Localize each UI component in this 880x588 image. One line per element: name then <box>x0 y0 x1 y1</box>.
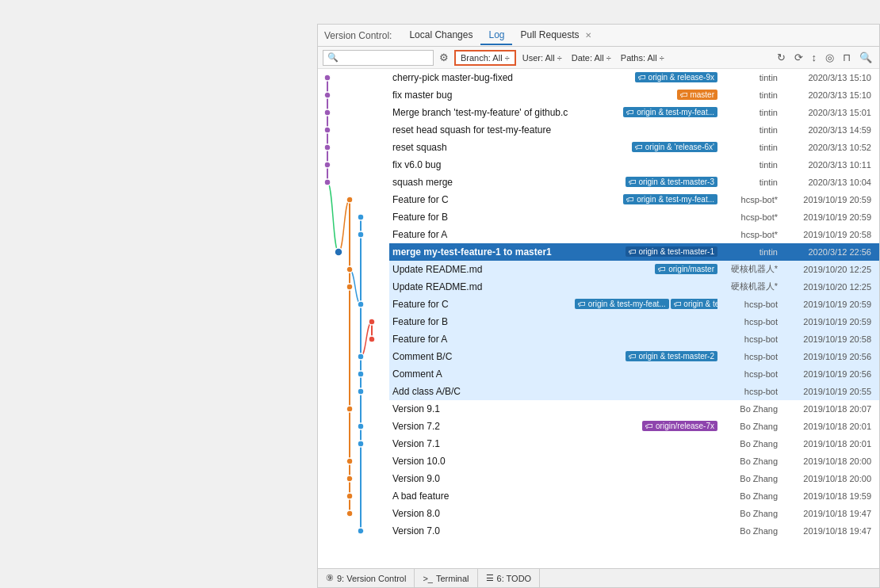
branch-tag: 🏷 origin/release-7x <box>642 421 717 431</box>
todo-icon: ☰ <box>486 573 494 583</box>
status-tab-todo[interactable]: ☰ 6: TODO <box>478 569 541 587</box>
table-row[interactable]: Version 7.2🏷 origin/release-7xBo Zhang20… <box>389 418 879 435</box>
svg-point-27 <box>324 162 331 168</box>
table-row[interactable]: Feature for C🏷 origin & test-my-feat...🏷… <box>389 296 879 313</box>
vc-icon: ⑨ <box>326 573 334 583</box>
status-tab-vc-label: 9: Version Control <box>337 574 406 583</box>
commits-list[interactable]: cherry-pick master-bug-fixed🏷 origin & r… <box>389 69 879 568</box>
svg-point-48 <box>358 528 364 534</box>
table-row[interactable]: fix master bug🏷 mastertintin2020/3/13 15… <box>389 86 879 104</box>
user-filter[interactable]: User: All ÷ <box>519 52 565 63</box>
branch-selector[interactable]: Branch: All ÷ <box>454 50 516 66</box>
table-row[interactable]: Comment Ahcsp-bot2019/10/19 20:56 <box>389 365 879 383</box>
commit-author: Bo Zhang <box>717 491 781 501</box>
table-row[interactable]: reset head squash for test-my-featuretin… <box>389 121 879 139</box>
branch-tags: 🏷 origin & test-master-2 <box>626 351 717 361</box>
paths-filter[interactable]: Paths: All ÷ <box>618 52 668 63</box>
commit-message: Version 9.0 <box>392 473 710 484</box>
status-tab-todo-label: 6: TODO <box>497 574 532 583</box>
branch-tags: 🏷 origin & test-master-3 <box>626 177 717 187</box>
status-tab-terminal-label: Terminal <box>436 574 469 583</box>
table-row[interactable]: Update README.md🏷 origin/master硬核机器人*201… <box>389 261 879 278</box>
table-row[interactable]: Merge branch 'test-my-feature' of github… <box>389 104 879 121</box>
pin-icon[interactable]: ⊓ <box>840 50 853 65</box>
commit-message: Feature for C <box>392 194 623 205</box>
commit-date: 2019/10/18 19:47 <box>781 526 876 536</box>
table-row[interactable]: fix v6.0 bugtintin2020/3/13 10:11 <box>389 156 879 174</box>
svg-point-45 <box>346 475 353 482</box>
commit-date: 2019/10/18 20:00 <box>781 474 876 483</box>
commit-date: 2019/10/18 19:47 <box>781 509 876 518</box>
table-row[interactable]: Version 7.0Bo Zhang2019/10/18 19:47 <box>389 522 879 540</box>
commit-date: 2020/3/13 10:04 <box>781 178 876 187</box>
close-icon[interactable]: ✕ <box>585 31 591 40</box>
table-row[interactable]: Version 9.0Bo Zhang2019/10/18 20:00 <box>389 470 879 487</box>
commit-author: tintin <box>717 160 781 170</box>
table-row[interactable]: Feature for Ahcsp-bot2019/10/19 20:58 <box>389 330 879 348</box>
table-row[interactable]: A bad featureBo Zhang2019/10/18 19:59 <box>389 487 879 505</box>
status-tab-terminal[interactable]: >_ Terminal <box>415 569 477 587</box>
svg-point-37 <box>369 336 375 342</box>
tab-log[interactable]: Log <box>480 26 512 45</box>
commit-date: 2020/3/13 14:59 <box>781 125 876 135</box>
commit-author: tintin <box>717 73 781 82</box>
commit-author: tintin <box>717 143 781 152</box>
commit-message: Version 7.0 <box>392 525 710 536</box>
svg-point-42 <box>358 423 364 430</box>
commit-message: Merge branch 'test-my-feature' of github… <box>392 107 623 118</box>
date-filter[interactable]: Date: All ÷ <box>568 52 614 63</box>
commit-date: 2020/3/12 22:56 <box>781 247 876 257</box>
svg-point-43 <box>358 441 364 447</box>
commit-message: Feature for A <box>392 229 710 240</box>
table-row[interactable]: Feature for Bhcsp-bot*2019/10/19 20:59 <box>389 208 879 226</box>
table-row[interactable]: squash merge🏷 origin & test-master-3tint… <box>389 174 879 191</box>
commit-date: 2019/10/19 20:55 <box>781 387 876 396</box>
svg-point-32 <box>335 248 342 256</box>
svg-point-23 <box>324 92 331 98</box>
commit-message: Feature for B <box>392 212 710 223</box>
commit-author: hcsp-bot <box>717 300 781 309</box>
table-row[interactable]: Version 8.0Bo Zhang2019/10/18 19:47 <box>389 505 879 522</box>
commit-date: 2019/10/19 20:58 <box>781 230 876 239</box>
branch-tag: 🏷 origin & test-my-feat... <box>575 299 669 309</box>
table-row[interactable]: Comment B/C🏷 origin & test-master-2hcsp-… <box>389 348 879 365</box>
branch-tags: 🏷 origin/master <box>655 264 717 274</box>
svg-point-36 <box>369 319 375 325</box>
table-row[interactable]: Version 7.1Bo Zhang2019/10/18 20:01 <box>389 435 879 452</box>
commit-date: 2020/3/13 15:01 <box>781 108 876 117</box>
tab-pull-requests[interactable]: Pull Requests ✕ <box>512 26 599 45</box>
commit-author: Bo Zhang <box>717 404 781 414</box>
refresh-icon[interactable]: ↻ <box>775 50 788 65</box>
status-tab-vc[interactable]: ⑨ 9: Version Control <box>318 569 415 587</box>
table-row[interactable]: Update README.md硬核机器人*2019/10/20 12:25 <box>389 278 879 296</box>
commit-message: Version 8.0 <box>392 508 710 519</box>
svg-point-26 <box>324 144 331 151</box>
sort-icon[interactable]: ↕ <box>809 50 820 65</box>
commit-author: tintin <box>717 108 781 117</box>
table-row[interactable]: reset squash🏷 origin & 'release-6x'tinti… <box>389 139 879 156</box>
commit-author: hcsp-bot <box>717 317 781 326</box>
search-box[interactable]: 🔍 <box>323 50 434 66</box>
table-row[interactable]: Feature for Bhcsp-bot2019/10/19 20:59 <box>389 313 879 330</box>
svg-point-30 <box>358 214 364 220</box>
tab-local-changes[interactable]: Local Changes <box>401 26 480 45</box>
table-row[interactable]: cherry-pick master-bug-fixed🏷 origin & r… <box>389 69 879 86</box>
find-icon[interactable]: 🔍 <box>857 50 874 65</box>
table-row[interactable]: Feature for Ahcsp-bot*2019/10/19 20:58 <box>389 226 879 243</box>
table-row[interactable]: Add class A/B/Chcsp-bot2019/10/19 20:55 <box>389 383 879 400</box>
commit-date: 2019/10/19 20:56 <box>781 352 876 361</box>
settings-icon[interactable]: ⚙ <box>437 50 451 65</box>
commit-message: Feature for C <box>392 299 575 310</box>
branch-tag: 🏷 origin & test-master-3 <box>626 177 717 187</box>
eye-icon[interactable]: ◎ <box>823 50 836 65</box>
commit-author: hcsp-bot <box>717 369 781 379</box>
table-row[interactable]: Feature for C🏷 origin & test-my-feat...h… <box>389 191 879 208</box>
table-row[interactable]: Version 9.1Bo Zhang2019/10/18 20:07 <box>389 400 879 418</box>
vc-label: Version Control: <box>324 30 392 41</box>
table-row[interactable]: merge my-test-feature-1 to master1🏷 orig… <box>389 243 879 261</box>
fetch-icon[interactable]: ⟳ <box>792 50 805 65</box>
branch-tag: 🏷 origin & test-my-feat... <box>671 299 717 309</box>
table-row[interactable]: Version 10.0Bo Zhang2019/10/18 20:00 <box>389 452 879 470</box>
commit-message: Version 9.1 <box>392 403 710 414</box>
svg-point-35 <box>358 301 364 307</box>
